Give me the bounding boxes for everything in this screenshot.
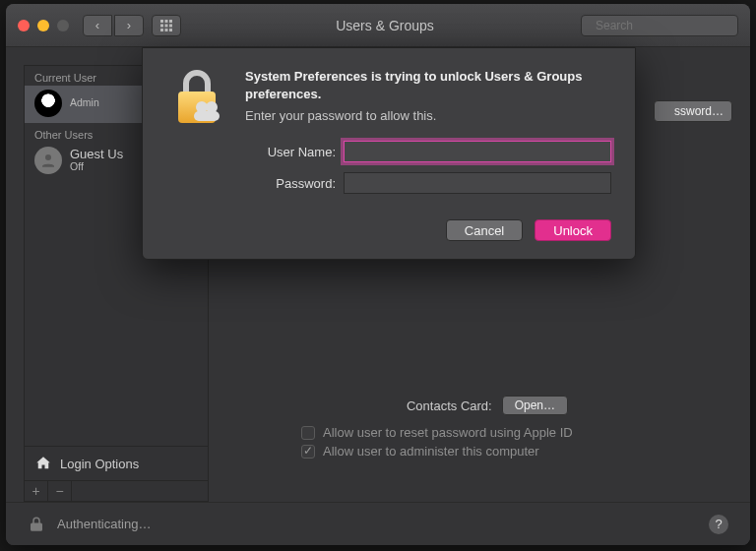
dialog-top: System Preferences is trying to unlock U… [166, 68, 611, 204]
close-window-icon[interactable] [18, 20, 30, 31]
lock-status-text: Authenticating… [57, 517, 151, 531]
svg-rect-8 [169, 29, 172, 31]
nav-buttons: ‹ › [83, 15, 144, 36]
svg-rect-4 [165, 24, 168, 27]
guest-avatar-icon [34, 147, 62, 174]
svg-rect-2 [169, 20, 172, 23]
search-field[interactable] [581, 15, 738, 36]
lock-icon[interactable] [28, 516, 45, 533]
window-title: Users & Groups [189, 18, 581, 33]
password-label: Password: [245, 176, 336, 191]
search-input[interactable] [596, 19, 743, 32]
unlock-button[interactable]: Unlock [535, 219, 611, 241]
svg-rect-5 [169, 24, 172, 27]
minimize-window-icon[interactable] [37, 20, 49, 31]
contacts-card-label: Contacts Card: [407, 398, 492, 413]
svg-rect-13 [194, 111, 220, 121]
username-row: User Name: [245, 141, 611, 162]
username-label: User Name: [245, 145, 336, 159]
grid-icon [160, 20, 172, 31]
dialog-subtitle: Enter your password to allow this. [245, 108, 611, 123]
preferences-window: ‹ › Users & Groups Current User Admin [6, 4, 750, 545]
user-role-label: Admin [70, 97, 99, 109]
svg-rect-3 [160, 24, 163, 27]
svg-rect-7 [165, 29, 168, 31]
add-user-button: + [25, 481, 48, 501]
guest-info: Guest Us Off [70, 148, 123, 173]
auth-dialog: System Preferences is trying to unlock U… [142, 47, 636, 260]
reset-password-checkbox [301, 426, 315, 440]
login-options-label: Login Options [60, 457, 139, 471]
remove-user-button: − [48, 481, 72, 501]
svg-rect-0 [160, 20, 163, 23]
svg-rect-1 [165, 20, 168, 23]
help-button[interactable]: ? [709, 515, 728, 534]
house-icon [34, 455, 52, 472]
password-row: Password: [245, 172, 611, 194]
panel-lower: Contacts Card: Open… Allow user to reset… [242, 396, 732, 462]
administer-row: Allow user to administer this computer [301, 444, 732, 459]
svg-point-9 [45, 154, 51, 160]
cancel-button[interactable]: Cancel [446, 219, 523, 241]
dialog-text: System Preferences is trying to unlock U… [245, 68, 611, 204]
guest-name: Guest Us [70, 148, 123, 161]
contacts-card-row: Contacts Card: Open… [242, 396, 732, 415]
back-button[interactable]: ‹ [83, 15, 112, 36]
person-icon [39, 152, 57, 169]
change-password-button[interactable]: ssword… [654, 100, 732, 122]
titlebar: ‹ › Users & Groups [6, 4, 750, 47]
administer-label: Allow user to administer this computer [323, 444, 539, 459]
reset-password-label: Allow user to reset password using Apple… [323, 425, 573, 440]
window-controls [18, 20, 69, 31]
login-options-button[interactable]: Login Options [25, 446, 208, 480]
svg-rect-6 [160, 29, 163, 31]
dialog-lock-icon [166, 68, 227, 204]
password-input[interactable] [344, 172, 611, 194]
dialog-title: System Preferences is trying to unlock U… [245, 68, 611, 102]
user-info: Admin [70, 97, 99, 109]
lock-footer: Authenticating… ? [6, 502, 750, 545]
dialog-buttons: Cancel Unlock [166, 219, 611, 241]
show-all-button[interactable] [152, 15, 181, 36]
guest-status: Off [70, 161, 123, 173]
username-input[interactable] [344, 141, 611, 162]
user-avatar-icon [34, 90, 62, 117]
reset-password-row: Allow user to reset password using Apple… [301, 425, 732, 440]
administer-checkbox [301, 445, 315, 459]
forward-button[interactable]: › [114, 15, 144, 36]
open-contacts-button[interactable]: Open… [502, 396, 568, 415]
zoom-window-icon [57, 20, 69, 31]
add-remove-bar: + − [25, 480, 208, 501]
